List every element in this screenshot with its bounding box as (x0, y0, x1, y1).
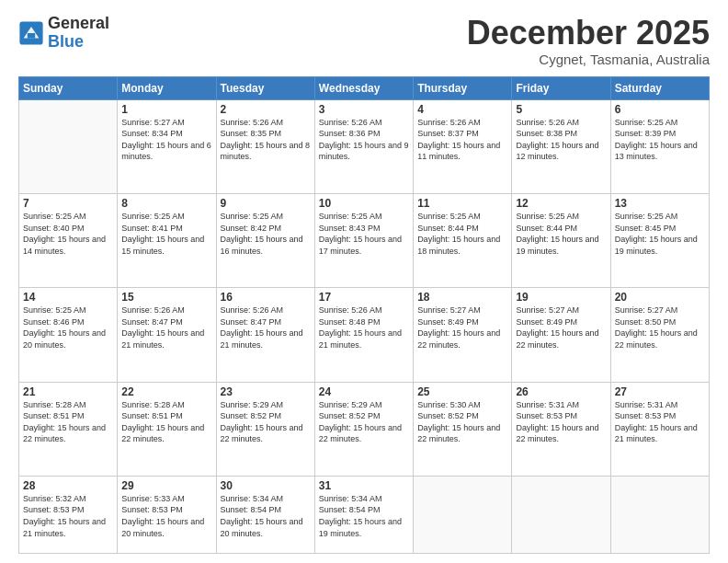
calendar-table: SundayMondayTuesdayWednesdayThursdayFrid… (18, 76, 710, 554)
day-info: Sunrise: 5:26 AM Sunset: 8:37 PM Dayligh… (417, 117, 507, 163)
calendar-cell: 30Sunrise: 5:34 AM Sunset: 8:54 PM Dayli… (216, 476, 314, 553)
weekday-header-wednesday: Wednesday (314, 76, 413, 99)
day-info: Sunrise: 5:31 AM Sunset: 8:53 PM Dayligh… (615, 399, 705, 445)
day-info: Sunrise: 5:25 AM Sunset: 8:39 PM Dayligh… (615, 117, 705, 163)
day-number: 20 (615, 291, 705, 304)
calendar-cell: 15Sunrise: 5:26 AM Sunset: 8:47 PM Dayli… (118, 288, 216, 382)
day-number: 3 (319, 103, 409, 116)
calendar-cell: 11Sunrise: 5:25 AM Sunset: 8:44 PM Dayli… (414, 193, 512, 287)
calendar-cell: 16Sunrise: 5:26 AM Sunset: 8:47 PM Dayli… (216, 288, 314, 382)
day-number: 5 (516, 103, 606, 116)
calendar-cell (19, 99, 118, 193)
day-number: 1 (121, 103, 211, 116)
day-info: Sunrise: 5:25 AM Sunset: 8:40 PM Dayligh… (23, 211, 113, 257)
calendar-cell (512, 476, 610, 553)
calendar-cell: 17Sunrise: 5:26 AM Sunset: 8:48 PM Dayli… (314, 288, 413, 382)
day-number: 30 (221, 479, 311, 492)
calendar-cell: 12Sunrise: 5:25 AM Sunset: 8:44 PM Dayli… (512, 193, 610, 287)
day-info: Sunrise: 5:30 AM Sunset: 8:52 PM Dayligh… (417, 399, 507, 445)
day-info: Sunrise: 5:29 AM Sunset: 8:52 PM Dayligh… (319, 399, 409, 445)
day-info: Sunrise: 5:25 AM Sunset: 8:46 PM Dayligh… (23, 304, 113, 350)
calendar-cell: 25Sunrise: 5:30 AM Sunset: 8:52 PM Dayli… (414, 382, 512, 476)
calendar-cell: 28Sunrise: 5:32 AM Sunset: 8:53 PM Dayli… (19, 476, 118, 553)
day-number: 12 (516, 197, 606, 210)
calendar-week-5: 28Sunrise: 5:32 AM Sunset: 8:53 PM Dayli… (19, 476, 710, 553)
calendar-cell: 19Sunrise: 5:27 AM Sunset: 8:49 PM Dayli… (512, 288, 610, 382)
day-number: 4 (417, 103, 507, 116)
day-number: 29 (121, 479, 211, 492)
day-number: 6 (615, 103, 705, 116)
day-number: 21 (23, 385, 113, 398)
day-info: Sunrise: 5:33 AM Sunset: 8:53 PM Dayligh… (121, 493, 211, 539)
day-info: Sunrise: 5:28 AM Sunset: 8:51 PM Dayligh… (23, 399, 113, 445)
day-info: Sunrise: 5:27 AM Sunset: 8:49 PM Dayligh… (417, 304, 507, 350)
day-number: 7 (23, 197, 113, 210)
day-info: Sunrise: 5:28 AM Sunset: 8:51 PM Dayligh… (121, 399, 211, 445)
calendar-cell: 13Sunrise: 5:25 AM Sunset: 8:45 PM Dayli… (610, 193, 709, 287)
day-info: Sunrise: 5:26 AM Sunset: 8:47 PM Dayligh… (221, 304, 311, 350)
calendar-cell: 6Sunrise: 5:25 AM Sunset: 8:39 PM Daylig… (610, 99, 709, 193)
calendar-week-1: 1Sunrise: 5:27 AM Sunset: 8:34 PM Daylig… (19, 99, 710, 193)
day-number: 15 (121, 291, 211, 304)
day-info: Sunrise: 5:27 AM Sunset: 8:50 PM Dayligh… (615, 304, 705, 350)
calendar-cell: 5Sunrise: 5:26 AM Sunset: 8:38 PM Daylig… (512, 99, 610, 193)
day-number: 14 (23, 291, 113, 304)
calendar-cell: 22Sunrise: 5:28 AM Sunset: 8:51 PM Dayli… (118, 382, 216, 476)
calendar-cell (414, 476, 512, 553)
calendar-cell: 29Sunrise: 5:33 AM Sunset: 8:53 PM Dayli… (118, 476, 216, 553)
logo-icon (18, 20, 44, 46)
svg-rect-2 (28, 33, 35, 39)
day-number: 26 (516, 385, 606, 398)
header: General Blue December 2025 Cygnet, Tasma… (18, 15, 710, 67)
day-number: 24 (319, 385, 409, 398)
calendar-cell: 26Sunrise: 5:31 AM Sunset: 8:53 PM Dayli… (512, 382, 610, 476)
logo: General Blue (18, 15, 109, 52)
calendar-cell: 7Sunrise: 5:25 AM Sunset: 8:40 PM Daylig… (19, 193, 118, 287)
day-number: 16 (221, 291, 311, 304)
day-number: 11 (417, 197, 507, 210)
location-title: Cygnet, Tasmania, Australia (467, 52, 710, 67)
day-number: 25 (417, 385, 507, 398)
calendar-cell: 27Sunrise: 5:31 AM Sunset: 8:53 PM Dayli… (610, 382, 709, 476)
day-number: 19 (516, 291, 606, 304)
calendar-cell: 24Sunrise: 5:29 AM Sunset: 8:52 PM Dayli… (314, 382, 413, 476)
day-info: Sunrise: 5:34 AM Sunset: 8:54 PM Dayligh… (319, 493, 409, 539)
calendar-header-row: SundayMondayTuesdayWednesdayThursdayFrid… (19, 76, 710, 99)
day-number: 23 (221, 385, 311, 398)
logo-text: General Blue (48, 15, 109, 52)
calendar-cell: 14Sunrise: 5:25 AM Sunset: 8:46 PM Dayli… (19, 288, 118, 382)
weekday-header-saturday: Saturday (610, 76, 709, 99)
day-info: Sunrise: 5:27 AM Sunset: 8:49 PM Dayligh… (516, 304, 606, 350)
logo-blue-text: Blue (48, 33, 109, 52)
day-info: Sunrise: 5:26 AM Sunset: 8:35 PM Dayligh… (221, 117, 311, 163)
day-info: Sunrise: 5:26 AM Sunset: 8:38 PM Dayligh… (516, 117, 606, 163)
day-info: Sunrise: 5:25 AM Sunset: 8:45 PM Dayligh… (615, 211, 705, 257)
day-info: Sunrise: 5:25 AM Sunset: 8:42 PM Dayligh… (221, 211, 311, 257)
day-number: 22 (121, 385, 211, 398)
calendar-cell: 3Sunrise: 5:26 AM Sunset: 8:36 PM Daylig… (314, 99, 413, 193)
day-number: 2 (221, 103, 311, 116)
calendar-week-4: 21Sunrise: 5:28 AM Sunset: 8:51 PM Dayli… (19, 382, 710, 476)
weekday-header-thursday: Thursday (414, 76, 512, 99)
day-info: Sunrise: 5:32 AM Sunset: 8:53 PM Dayligh… (23, 493, 113, 539)
day-info: Sunrise: 5:27 AM Sunset: 8:34 PM Dayligh… (121, 117, 211, 163)
day-number: 28 (23, 479, 113, 492)
day-number: 27 (615, 385, 705, 398)
day-info: Sunrise: 5:34 AM Sunset: 8:54 PM Dayligh… (221, 493, 311, 539)
day-info: Sunrise: 5:25 AM Sunset: 8:41 PM Dayligh… (121, 211, 211, 257)
day-number: 17 (319, 291, 409, 304)
day-info: Sunrise: 5:25 AM Sunset: 8:43 PM Dayligh… (319, 211, 409, 257)
weekday-header-monday: Monday (118, 76, 216, 99)
weekday-header-tuesday: Tuesday (216, 76, 314, 99)
weekday-header-friday: Friday (512, 76, 610, 99)
calendar-cell: 2Sunrise: 5:26 AM Sunset: 8:35 PM Daylig… (216, 99, 314, 193)
weekday-header-sunday: Sunday (19, 76, 118, 99)
day-number: 31 (319, 479, 409, 492)
day-info: Sunrise: 5:29 AM Sunset: 8:52 PM Dayligh… (221, 399, 311, 445)
day-info: Sunrise: 5:26 AM Sunset: 8:36 PM Dayligh… (319, 117, 409, 163)
day-number: 18 (417, 291, 507, 304)
calendar-cell: 21Sunrise: 5:28 AM Sunset: 8:51 PM Dayli… (19, 382, 118, 476)
day-info: Sunrise: 5:26 AM Sunset: 8:47 PM Dayligh… (121, 304, 211, 350)
month-title: December 2025 (467, 15, 710, 52)
calendar-cell: 10Sunrise: 5:25 AM Sunset: 8:43 PM Dayli… (314, 193, 413, 287)
